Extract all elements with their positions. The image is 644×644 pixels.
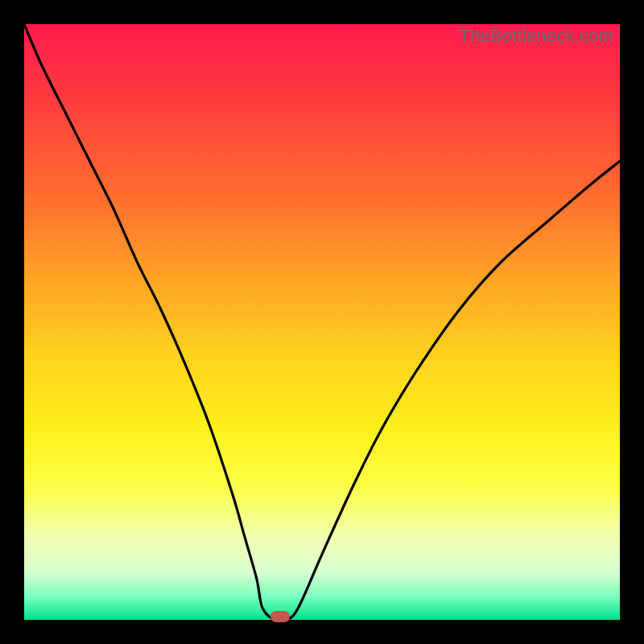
- watermark-text: TheBottleneck.com: [459, 26, 613, 47]
- plot-area: TheBottleneck.com: [24, 24, 620, 620]
- chart-frame: TheBottleneck.com: [0, 0, 644, 644]
- min-marker: [270, 611, 290, 622]
- bottleneck-curve: [24, 24, 620, 620]
- curve-layer: [24, 24, 620, 620]
